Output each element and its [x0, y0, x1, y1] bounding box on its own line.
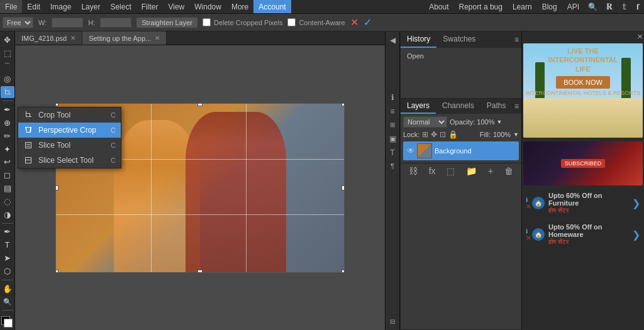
crop-handle-tl[interactable]: [55, 103, 58, 106]
gradient-tool-btn[interactable]: ▤: [1, 182, 14, 194]
menu-report-bug[interactable]: Report a bug: [454, 0, 508, 13]
tab-img4218-close[interactable]: ✕: [70, 35, 75, 41]
menu-about[interactable]: About: [424, 0, 453, 13]
ctx-slice-select-tool[interactable]: Slice Select Tool C: [18, 153, 121, 168]
delete-cropped-checkbox[interactable]: [203, 18, 211, 26]
straighten-layer-btn[interactable]: Straighten Layer: [136, 18, 197, 28]
crop-handle-bl[interactable]: [55, 270, 58, 273]
tab-channels[interactable]: Channels: [436, 99, 480, 114]
crop-handle-br[interactable]: [341, 270, 345, 273]
ad-promo2-arrow[interactable]: ❯: [632, 229, 640, 241]
ad-hotel-image[interactable]: LIVE THE INTERCONTINENTAL LIFE BOOK NOW …: [523, 43, 643, 138]
tab-setting-up-close[interactable]: ✕: [155, 35, 160, 41]
pen-tool-btn[interactable]: ✒: [1, 226, 14, 238]
w-input[interactable]: [52, 18, 83, 28]
confirm-crop-btn[interactable]: ✓: [364, 16, 372, 28]
text-icon-btn[interactable]: T: [386, 146, 399, 159]
mode-select[interactable]: Free: [3, 17, 33, 28]
ad-promo2-close[interactable]: ✕: [526, 234, 531, 241]
crop-tool-btn[interactable]: [1, 86, 14, 98]
menu-edit[interactable]: Edit: [22, 0, 45, 13]
tab-img4218[interactable]: IMG_4218.psd ✕: [15, 31, 82, 45]
zoom-tool-btn[interactable]: 🔍: [1, 296, 14, 308]
canvas-area[interactable]: IMG_4218.psd ✕ Setting up the App... ✕: [15, 31, 385, 330]
ad-video-image[interactable]: SUBSCRIBED: [523, 141, 643, 185]
history-brush-btn[interactable]: ↩: [1, 156, 14, 168]
layer-name[interactable]: Background: [435, 147, 472, 155]
layers-panel-menu-icon[interactable]: ≡: [514, 102, 519, 111]
menu-image[interactable]: Image: [45, 0, 76, 13]
history-item-open[interactable]: Open: [403, 50, 519, 62]
marquee-tool-btn[interactable]: ⬚: [1, 47, 14, 59]
menu-account[interactable]: Account: [253, 0, 291, 13]
type-tool-btn[interactable]: T: [1, 239, 14, 251]
eyedropper-tool-btn[interactable]: ✒: [1, 104, 14, 116]
layer-visibility-toggle[interactable]: 👁: [407, 146, 414, 155]
panel-collapse-btn[interactable]: ◀: [386, 34, 399, 47]
layers-panel-options[interactable]: ≡: [514, 99, 521, 114]
crop-handle-tm[interactable]: [197, 103, 203, 106]
blur-tool-btn[interactable]: ◌: [1, 195, 14, 207]
menu-blog[interactable]: Blog: [537, 0, 562, 13]
delete-layer-btn[interactable]: 🗑: [504, 166, 513, 176]
dodge-tool-btn[interactable]: ◑: [1, 209, 14, 221]
paragraph-icon-btn[interactable]: ¶: [386, 160, 399, 173]
history-icon-btn[interactable]: ⊞: [386, 119, 399, 131]
info-icon-btn[interactable]: ℹ: [386, 91, 399, 104]
foreground-color-btn[interactable]: [1, 316, 14, 327]
tab-swatches[interactable]: Swatches: [436, 31, 482, 48]
lock-artboard-icon[interactable]: ⊡: [440, 130, 446, 139]
ad-book-now-btn[interactable]: BOOK NOW: [556, 76, 610, 89]
crop-handle-mr[interactable]: [341, 185, 345, 190]
menu-layer[interactable]: Layer: [76, 0, 105, 13]
content-aware-checkbox[interactable]: [287, 18, 296, 26]
tab-paths[interactable]: Paths: [480, 99, 513, 114]
crop-handle-bm[interactable]: [197, 270, 203, 273]
lock-all-icon[interactable]: 🔒: [448, 130, 458, 139]
cancel-crop-btn[interactable]: ✕: [350, 16, 358, 28]
tab-setting-up[interactable]: Setting up the App... ✕: [82, 31, 167, 45]
ad-info-icon-2[interactable]: ℹ: [526, 228, 531, 234]
properties-icon-btn[interactable]: ≡: [386, 105, 399, 118]
fill-value[interactable]: 100%: [493, 131, 511, 138]
history-panel-menu-icon[interactable]: ≡: [514, 35, 519, 44]
h-input[interactable]: [100, 18, 131, 28]
ad-info-icon-1[interactable]: ℹ: [526, 197, 531, 203]
link-layers-btn[interactable]: ⛓: [409, 166, 418, 176]
reddit-icon[interactable]: 𝐑: [601, 0, 618, 13]
blend-mode-select[interactable]: Normal: [403, 116, 447, 128]
new-layer-btn[interactable]: +: [488, 166, 493, 176]
eraser-tool-btn[interactable]: ◻: [1, 169, 14, 181]
heal-tool-btn[interactable]: ⊕: [1, 117, 14, 129]
color-icon-btn[interactable]: ▣: [386, 133, 399, 145]
ad-promo1-close[interactable]: ✕: [526, 203, 531, 210]
lock-position-icon[interactable]: ✥: [431, 130, 437, 139]
quick-select-tool-btn[interactable]: ◎: [1, 74, 14, 85]
shape-tool-btn[interactable]: ⬡: [1, 265, 14, 277]
menu-view[interactable]: View: [163, 0, 189, 13]
menu-file[interactable]: File: [0, 0, 22, 13]
new-group-btn[interactable]: 📁: [466, 166, 477, 176]
menu-window[interactable]: Window: [189, 0, 226, 13]
add-mask-btn[interactable]: ⬚: [447, 166, 455, 176]
tab-history[interactable]: History: [401, 31, 436, 48]
layer-background[interactable]: 👁 Background: [403, 141, 519, 160]
menu-filter[interactable]: Filter: [136, 0, 164, 13]
twitter-icon[interactable]: 𝕥: [618, 0, 631, 13]
menu-more[interactable]: More: [226, 0, 253, 13]
ad-promo1-arrow[interactable]: ❯: [632, 197, 640, 209]
menu-learn[interactable]: Learn: [508, 0, 537, 13]
fill-arrow[interactable]: ▼: [513, 131, 519, 138]
ctx-crop-tool[interactable]: Crop Tool C: [18, 107, 121, 123]
brush-tool-btn[interactable]: ✏: [1, 130, 14, 142]
menu-api[interactable]: API: [562, 0, 584, 13]
opacity-value[interactable]: 100%: [477, 118, 494, 126]
move-tool-btn[interactable]: ✥: [1, 34, 14, 46]
hand-tool-btn[interactable]: ✋: [1, 283, 14, 295]
facebook-icon[interactable]: 𝐟: [631, 0, 644, 13]
history-panel-options[interactable]: ≡: [514, 31, 521, 48]
path-select-btn[interactable]: ➤: [1, 252, 14, 264]
search-button[interactable]: 🔍: [584, 0, 601, 13]
ctx-slice-tool[interactable]: Slice Tool C: [18, 138, 121, 153]
opacity-arrow[interactable]: ▼: [497, 119, 502, 125]
